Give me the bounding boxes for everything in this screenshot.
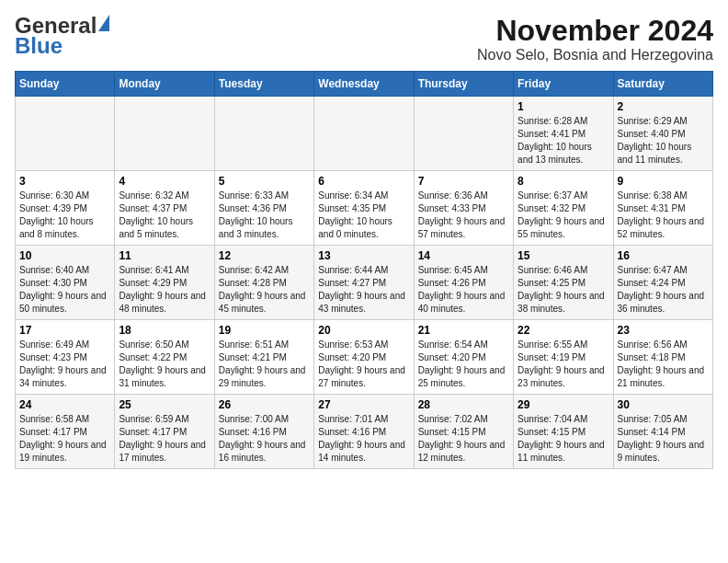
day-info: Sunrise: 6:32 AM Sunset: 4:37 PM Dayligh… — [119, 190, 210, 241]
day-info: Sunrise: 7:05 AM Sunset: 4:14 PM Dayligh… — [618, 413, 709, 465]
header-monday: Monday — [115, 72, 214, 97]
day-number: 16 — [618, 249, 709, 262]
day-cell — [214, 97, 313, 171]
day-info: Sunrise: 6:40 AM Sunset: 4:30 PM Dayligh… — [19, 264, 110, 316]
day-number: 7 — [418, 175, 509, 188]
header-wednesday: Wednesday — [314, 72, 414, 97]
day-info: Sunrise: 7:00 AM Sunset: 4:16 PM Dayligh… — [219, 413, 310, 465]
day-number: 6 — [318, 175, 409, 188]
day-cell: 4Sunrise: 6:32 AM Sunset: 4:37 PM Daylig… — [115, 171, 214, 246]
day-cell: 1Sunrise: 6:28 AM Sunset: 4:41 PM Daylig… — [514, 97, 613, 171]
day-number: 30 — [618, 398, 709, 411]
day-cell: 13Sunrise: 6:44 AM Sunset: 4:27 PM Dayli… — [314, 246, 414, 320]
day-cell: 8Sunrise: 6:37 AM Sunset: 4:32 PM Daylig… — [514, 171, 613, 246]
day-number: 27 — [318, 398, 409, 411]
day-info: Sunrise: 6:34 AM Sunset: 4:35 PM Dayligh… — [318, 190, 409, 241]
day-info: Sunrise: 6:45 AM Sunset: 4:26 PM Dayligh… — [418, 264, 509, 316]
day-cell: 7Sunrise: 6:36 AM Sunset: 4:33 PM Daylig… — [414, 171, 513, 246]
day-number: 4 — [119, 175, 210, 188]
week-row-1: 3Sunrise: 6:30 AM Sunset: 4:39 PM Daylig… — [16, 171, 713, 246]
day-cell: 25Sunrise: 6:59 AM Sunset: 4:17 PM Dayli… — [115, 395, 214, 469]
day-number: 21 — [418, 324, 509, 337]
calendar-header-row: SundayMondayTuesdayWednesdayThursdayFrid… — [16, 72, 713, 97]
day-cell: 19Sunrise: 6:51 AM Sunset: 4:21 PM Dayli… — [214, 320, 313, 395]
header-saturday: Saturday — [613, 72, 712, 97]
header: General Blue November 2024 Novo Selo, Bo… — [15, 15, 713, 63]
day-info: Sunrise: 6:28 AM Sunset: 4:41 PM Dayligh… — [518, 115, 609, 167]
day-info: Sunrise: 6:42 AM Sunset: 4:28 PM Dayligh… — [219, 264, 310, 316]
day-cell: 24Sunrise: 6:58 AM Sunset: 4:17 PM Dayli… — [16, 395, 115, 469]
day-info: Sunrise: 6:59 AM Sunset: 4:17 PM Dayligh… — [119, 413, 210, 465]
day-number: 29 — [518, 398, 609, 411]
day-cell: 9Sunrise: 6:38 AM Sunset: 4:31 PM Daylig… — [613, 171, 712, 246]
day-number: 8 — [518, 175, 609, 188]
day-info: Sunrise: 6:30 AM Sunset: 4:39 PM Dayligh… — [19, 190, 110, 241]
day-number: 17 — [19, 324, 110, 337]
day-cell — [314, 97, 414, 171]
day-info: Sunrise: 6:50 AM Sunset: 4:22 PM Dayligh… — [119, 339, 210, 390]
day-info: Sunrise: 7:01 AM Sunset: 4:16 PM Dayligh… — [318, 413, 409, 465]
day-cell: 26Sunrise: 7:00 AM Sunset: 4:16 PM Dayli… — [214, 395, 313, 469]
day-number: 12 — [219, 249, 310, 262]
header-sunday: Sunday — [16, 72, 115, 97]
day-number: 9 — [618, 175, 709, 188]
logo-blue: Blue — [15, 35, 63, 57]
day-info: Sunrise: 6:29 AM Sunset: 4:40 PM Dayligh… — [618, 115, 709, 167]
day-cell — [115, 97, 214, 171]
day-info: Sunrise: 6:38 AM Sunset: 4:31 PM Dayligh… — [618, 190, 709, 241]
day-cell: 6Sunrise: 6:34 AM Sunset: 4:35 PM Daylig… — [314, 171, 414, 246]
day-cell: 11Sunrise: 6:41 AM Sunset: 4:29 PM Dayli… — [115, 246, 214, 320]
header-tuesday: Tuesday — [214, 72, 313, 97]
day-number: 22 — [518, 324, 609, 337]
day-info: Sunrise: 6:58 AM Sunset: 4:17 PM Dayligh… — [19, 413, 110, 465]
day-number: 19 — [219, 324, 310, 337]
day-info: Sunrise: 6:54 AM Sunset: 4:20 PM Dayligh… — [418, 339, 509, 390]
day-cell: 30Sunrise: 7:05 AM Sunset: 4:14 PM Dayli… — [613, 395, 712, 469]
day-info: Sunrise: 6:41 AM Sunset: 4:29 PM Dayligh… — [119, 264, 210, 316]
day-cell: 28Sunrise: 7:02 AM Sunset: 4:15 PM Dayli… — [414, 395, 513, 469]
day-cell: 23Sunrise: 6:56 AM Sunset: 4:18 PM Dayli… — [613, 320, 712, 395]
day-info: Sunrise: 7:04 AM Sunset: 4:15 PM Dayligh… — [518, 413, 609, 465]
day-cell: 14Sunrise: 6:45 AM Sunset: 4:26 PM Dayli… — [414, 246, 513, 320]
title-area: November 2024 Novo Selo, Bosnia and Herz… — [477, 15, 713, 63]
day-cell: 18Sunrise: 6:50 AM Sunset: 4:22 PM Dayli… — [115, 320, 214, 395]
day-cell: 12Sunrise: 6:42 AM Sunset: 4:28 PM Dayli… — [214, 246, 313, 320]
week-row-0: 1Sunrise: 6:28 AM Sunset: 4:41 PM Daylig… — [16, 97, 713, 171]
day-cell: 21Sunrise: 6:54 AM Sunset: 4:20 PM Dayli… — [414, 320, 513, 395]
day-cell — [16, 97, 115, 171]
day-info: Sunrise: 6:47 AM Sunset: 4:24 PM Dayligh… — [618, 264, 709, 316]
header-friday: Friday — [514, 72, 613, 97]
day-cell: 20Sunrise: 6:53 AM Sunset: 4:20 PM Dayli… — [314, 320, 414, 395]
day-number: 14 — [418, 249, 509, 262]
week-row-2: 10Sunrise: 6:40 AM Sunset: 4:30 PM Dayli… — [16, 246, 713, 320]
day-number: 18 — [119, 324, 210, 337]
day-number: 20 — [318, 324, 409, 337]
day-number: 26 — [219, 398, 310, 411]
day-info: Sunrise: 6:33 AM Sunset: 4:36 PM Dayligh… — [219, 190, 310, 241]
day-number: 25 — [119, 398, 210, 411]
day-number: 10 — [19, 249, 110, 262]
day-cell: 2Sunrise: 6:29 AM Sunset: 4:40 PM Daylig… — [613, 97, 712, 171]
day-number: 2 — [618, 100, 709, 113]
day-cell: 10Sunrise: 6:40 AM Sunset: 4:30 PM Dayli… — [16, 246, 115, 320]
day-number: 15 — [518, 249, 609, 262]
day-cell: 3Sunrise: 6:30 AM Sunset: 4:39 PM Daylig… — [16, 171, 115, 246]
logo: General Blue — [15, 15, 109, 57]
day-number: 28 — [418, 398, 509, 411]
day-cell: 22Sunrise: 6:55 AM Sunset: 4:19 PM Dayli… — [514, 320, 613, 395]
header-thursday: Thursday — [414, 72, 513, 97]
page-title: November 2024 — [477, 15, 713, 47]
day-cell: 29Sunrise: 7:04 AM Sunset: 4:15 PM Dayli… — [514, 395, 613, 469]
day-cell: 16Sunrise: 6:47 AM Sunset: 4:24 PM Dayli… — [613, 246, 712, 320]
day-number: 3 — [19, 175, 110, 188]
page-subtitle: Novo Selo, Bosnia and Herzegovina — [477, 47, 713, 63]
day-cell — [414, 97, 513, 171]
day-number: 11 — [119, 249, 210, 262]
day-number: 13 — [318, 249, 409, 262]
day-info: Sunrise: 6:44 AM Sunset: 4:27 PM Dayligh… — [318, 264, 409, 316]
day-info: Sunrise: 6:37 AM Sunset: 4:32 PM Dayligh… — [518, 190, 609, 241]
calendar: SundayMondayTuesdayWednesdayThursdayFrid… — [15, 71, 713, 469]
day-cell: 15Sunrise: 6:46 AM Sunset: 4:25 PM Dayli… — [514, 246, 613, 320]
week-row-4: 24Sunrise: 6:58 AM Sunset: 4:17 PM Dayli… — [16, 395, 713, 469]
day-info: Sunrise: 6:46 AM Sunset: 4:25 PM Dayligh… — [518, 264, 609, 316]
